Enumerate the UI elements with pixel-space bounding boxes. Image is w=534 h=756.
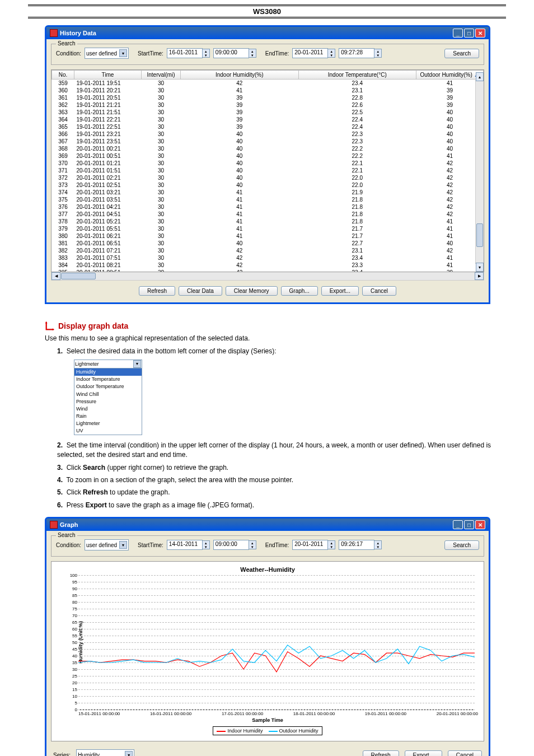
y-tick: 45 (72, 647, 77, 652)
spin-up-icon[interactable]: ▲ (328, 49, 335, 53)
table-row[interactable]: 38220-01-2011 07:21304223.142 (52, 247, 484, 254)
scroll-down-icon[interactable]: ▼ (476, 263, 484, 272)
table-row[interactable]: 35919-01-2011 19:51304223.441 (52, 80, 484, 87)
table-row[interactable]: 38520-01-2011 08:51304223.439 (52, 269, 484, 272)
table-row[interactable]: 36419-01-2011 22:21303922.440 (52, 116, 484, 123)
x-tick: 20-01-2011 00:00:00 (437, 711, 478, 716)
chart-plot[interactable]: Humidity (Unit:%) 0510152025303540455055… (78, 575, 475, 710)
table-row[interactable]: 36920-01-2011 00:51304022.241 (52, 152, 484, 160)
maximize-icon[interactable]: □ (464, 29, 474, 38)
scroll-left-icon[interactable]: ◀ (51, 272, 60, 280)
y-tick: 5 (75, 701, 77, 706)
column-header[interactable]: Indoor Humidity(%) (181, 71, 299, 80)
end-time-input[interactable]: 09:26:17 (339, 540, 374, 550)
close-icon[interactable]: ✕ (475, 29, 485, 38)
condition-combo[interactable]: user defined▼ (85, 539, 129, 550)
clear-memory-button[interactable]: Clear Memory (226, 286, 278, 296)
spin-up-icon[interactable]: ▲ (374, 49, 381, 53)
end-time-input[interactable]: 09:27:28 (339, 48, 374, 58)
table-row[interactable]: 37020-01-2011 01:21304022.142 (52, 160, 484, 167)
column-header[interactable]: Indoor Temperature(°C) (298, 71, 416, 80)
column-header[interactable]: Outdoor Humidity(%) ▲ (416, 71, 484, 80)
hscroll-thumb[interactable] (61, 273, 96, 279)
cancel-button[interactable]: Cancel (362, 286, 396, 296)
step3-pre: Click (67, 464, 83, 472)
dropdown-item: Indoor Temperature (74, 376, 142, 383)
table-row[interactable]: 36319-01-2011 21:51303922.540 (52, 109, 484, 116)
spin-up-icon[interactable]: ▲ (249, 49, 256, 53)
scroll-thumb[interactable] (476, 223, 483, 247)
y-tick: 65 (72, 620, 77, 625)
step-4: 4. To zoom in on a section of the graph,… (57, 475, 506, 485)
chart-legend: Indoor Humidity Outdoor Humidity (213, 726, 322, 735)
table-row[interactable]: 38120-01-2011 06:51304022.740 (52, 240, 484, 247)
table-row[interactable]: 37820-01-2011 05:21304121.841 (52, 218, 484, 225)
table-row[interactable]: 38320-01-2011 07:51304223.441 (52, 254, 484, 262)
table-row[interactable]: 37920-01-2011 05:51304121.741 (52, 225, 484, 232)
clear-data-button[interactable]: Clear Data (179, 286, 222, 296)
start-date-input[interactable]: 14-01-2011 (167, 540, 203, 550)
table-row[interactable]: 37420-01-2011 03:21304121.942 (52, 189, 484, 196)
search-button[interactable]: Search (444, 540, 479, 550)
chart-series-line (78, 645, 475, 664)
table-row[interactable]: 36619-01-2011 23:21304022.340 (52, 130, 484, 138)
start-date-input[interactable]: 16-01-2011 (167, 48, 203, 58)
doc-header: WS3080 (28, 6, 506, 17)
graph-button[interactable]: Graph... (281, 286, 318, 296)
column-header[interactable]: Time (74, 71, 142, 80)
column-header[interactable]: Interval(mi) (142, 71, 181, 80)
history-title: History Data (60, 30, 96, 36)
end-date-input[interactable]: 20-01-2011 (292, 48, 328, 58)
spin-down-icon[interactable]: ▼ (249, 53, 256, 57)
vertical-scrollbar[interactable]: ▲ ▼ (475, 80, 484, 264)
close-icon[interactable]: ✕ (475, 520, 485, 529)
table-row[interactable]: 38020-01-2011 06:21304121.741 (52, 232, 484, 240)
export-button[interactable]: Export... (405, 750, 442, 756)
table-row[interactable]: 37320-01-2011 02:51304022.042 (52, 181, 484, 189)
history-data-window: History Data _ □ ✕ Search Condition: use… (45, 25, 490, 304)
table-row[interactable]: 38420-01-2011 08:21304223.341 (52, 262, 484, 269)
table-row[interactable]: 37720-01-2011 04:51304121.842 (52, 211, 484, 218)
start-time-input[interactable]: 09:00:00 (213, 48, 249, 58)
column-header[interactable]: No. (52, 71, 74, 80)
condition-combo[interactable]: user defined ▼ (85, 48, 129, 59)
y-tick: 10 (72, 694, 77, 699)
horizontal-scrollbar[interactable]: ◀ ▶ (51, 272, 484, 281)
spin-down-icon[interactable]: ▼ (328, 53, 335, 57)
refresh-button[interactable]: Refresh (139, 286, 175, 296)
maximize-icon[interactable]: □ (464, 520, 474, 529)
minimize-icon[interactable]: _ (453, 29, 463, 38)
spin-up-icon[interactable]: ▲ (203, 49, 209, 53)
table-row[interactable]: 36019-01-2011 20:21304123.139 (52, 87, 484, 94)
table-row[interactable]: 36119-01-2011 20:51303922.839 (52, 94, 484, 101)
end-date-input[interactable]: 20-01-2011 (292, 540, 328, 550)
search-button[interactable]: Search (444, 49, 479, 58)
table-row[interactable]: 37520-01-2011 03:51304121.842 (52, 196, 484, 203)
table-row[interactable]: 37220-01-2011 02:21304022.042 (52, 174, 484, 181)
table-row[interactable]: 36219-01-2011 21:21303922.639 (52, 101, 484, 109)
condition-value: user defined (86, 542, 117, 548)
legend-line-outdoor (269, 731, 278, 732)
scroll-right-icon[interactable]: ▶ (475, 272, 484, 280)
window-icon (50, 521, 58, 529)
spin-down-icon[interactable]: ▼ (374, 53, 381, 57)
export-button[interactable]: Export... (321, 286, 359, 296)
step2-text: Set the time interval (condition) in the… (57, 441, 491, 459)
x-tick: 16-01-2011 00:00:00 (150, 711, 191, 716)
table-row[interactable]: 36719-01-2011 23:51304022.340 (52, 138, 484, 145)
legend-indoor: Indoor Humidity (227, 728, 263, 734)
scroll-up-icon[interactable]: ▲ (476, 72, 484, 81)
starttime-label: StartTime: (138, 542, 163, 548)
minimize-icon[interactable]: _ (453, 520, 463, 529)
table-row[interactable]: 36820-01-2011 00:21304022.240 (52, 145, 484, 152)
series-combo[interactable]: Humidity▼ (76, 749, 134, 756)
cancel-button[interactable]: Cancel (448, 750, 482, 756)
table-row[interactable]: 37120-01-2011 01:51304022.142 (52, 167, 484, 174)
start-time-input[interactable]: 09:00:00 (213, 540, 249, 550)
spin-down-icon[interactable]: ▼ (203, 53, 209, 57)
refresh-button[interactable]: Refresh (363, 750, 399, 756)
table-row[interactable]: 37620-01-2011 04:21304121.842 (52, 203, 484, 211)
table-row[interactable]: 36519-01-2011 22:51303922.440 (52, 123, 484, 130)
dropdown-item: Rain (74, 413, 142, 420)
x-tick: 17-01-2011 00:00:00 (222, 711, 263, 716)
